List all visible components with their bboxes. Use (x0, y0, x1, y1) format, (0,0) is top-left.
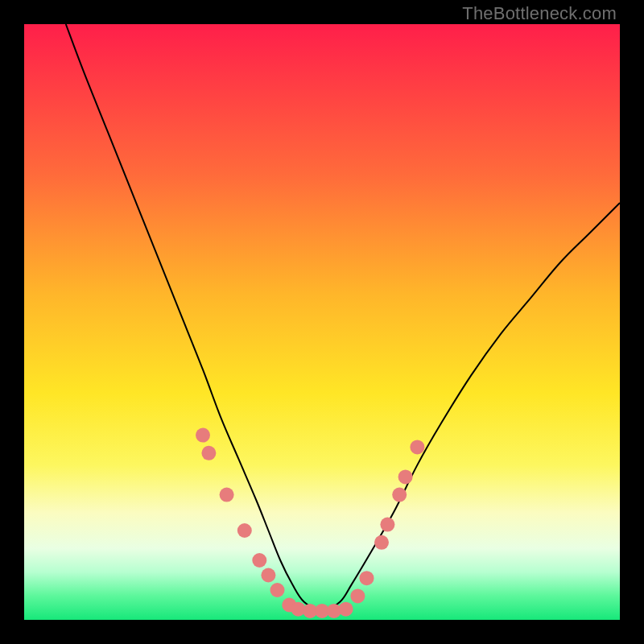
marker-dot (252, 553, 266, 568)
chart-frame: TheBottleneck.com (0, 0, 644, 644)
watermark-text: TheBottleneck.com (462, 3, 617, 24)
marker-dot (410, 440, 424, 454)
marker-dot (392, 488, 407, 502)
markers-group (196, 428, 424, 618)
marker-dot (398, 469, 413, 484)
marker-dot (201, 446, 216, 460)
marker-dot (360, 571, 374, 585)
marker-dot (261, 568, 275, 583)
marker-dot (380, 518, 394, 532)
bottleneck-curve (66, 24, 620, 611)
marker-dot (374, 535, 389, 550)
curve-group (66, 24, 620, 611)
marker-dot (350, 588, 365, 603)
marker-dot (270, 583, 285, 597)
plot-area (24, 24, 620, 620)
curve-svg (24, 24, 620, 620)
marker-dot (237, 523, 252, 538)
marker-dot (196, 428, 210, 443)
marker-dot (339, 602, 353, 617)
marker-dot (220, 488, 234, 502)
